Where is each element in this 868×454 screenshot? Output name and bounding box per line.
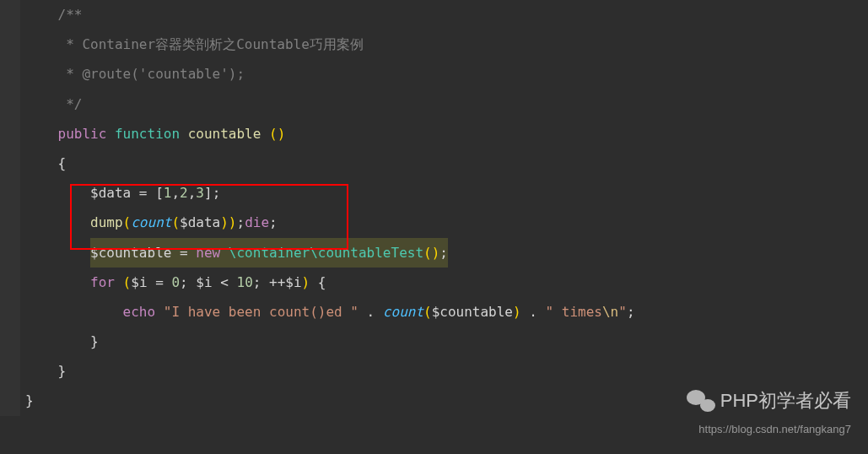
string: "I have been count()ed " xyxy=(164,304,359,320)
watermark: PHP初学者必看 https://blog.csdn.net/fangkang7 xyxy=(687,381,851,437)
brace: } xyxy=(90,333,99,349)
string: " times xyxy=(546,304,602,320)
brace: } xyxy=(25,392,34,408)
code-line: * Container容器类剖析之Countable巧用案例 xyxy=(25,30,868,59)
paren: () xyxy=(269,126,285,142)
comment: */ xyxy=(25,96,82,112)
wechat-icon xyxy=(687,390,715,413)
code-editor[interactable]: /** * Container容器类剖析之Countable巧用案例 * @ro… xyxy=(0,0,868,416)
variable: $countable xyxy=(90,245,171,261)
number: 2 xyxy=(180,185,188,201)
watermark-text: PHP初学者必看 xyxy=(720,381,851,421)
number: 0 xyxy=(171,274,180,290)
escape-char: \n xyxy=(602,304,618,320)
keyword-die: die xyxy=(245,214,269,230)
keyword-for: for xyxy=(90,274,115,290)
keyword-function: function xyxy=(115,126,180,142)
number: 3 xyxy=(196,185,204,201)
variable: $countable xyxy=(432,304,513,320)
keyword-public: public xyxy=(58,126,107,142)
function-call: count xyxy=(383,304,423,320)
keyword-echo: echo xyxy=(123,304,156,320)
comment: * xyxy=(25,36,82,52)
code-line: { xyxy=(25,149,868,178)
code-line: dump(count($data));die; xyxy=(25,208,868,237)
code-line: for ($i = 0; $i < 10; ++$i) { xyxy=(25,268,868,297)
highlighted-line: $countable = new \container\countableTes… xyxy=(90,238,448,268)
semicolon: ; xyxy=(213,185,221,201)
bracket: ] xyxy=(204,185,213,201)
operator: = xyxy=(131,185,155,201)
keyword-new: new xyxy=(196,245,220,261)
bracket: [ xyxy=(155,185,164,201)
variable: $i xyxy=(131,274,147,290)
comment: * xyxy=(25,66,82,82)
code-line: * @route('countable'); xyxy=(25,59,868,89)
function-name: countable xyxy=(188,126,261,142)
variable: $data xyxy=(90,185,131,201)
comment-text: Container容器类剖析之Countable巧用案例 xyxy=(82,36,363,52)
brace: { xyxy=(58,155,67,171)
function-call: dump xyxy=(90,214,123,230)
code-line: } xyxy=(25,327,868,356)
code-line: $countable = new \container\countableTes… xyxy=(25,238,868,268)
code-line: echo "I have been count()ed " . count($c… xyxy=(25,297,868,327)
number: 10 xyxy=(237,274,253,290)
code-line: public function countable () xyxy=(25,119,868,149)
brace: } xyxy=(58,363,67,379)
comment-annotation: @route('countable'); xyxy=(82,66,245,82)
function-call: count xyxy=(131,214,171,230)
variable: $data xyxy=(180,214,220,230)
number: 1 xyxy=(164,185,172,201)
code-line: */ xyxy=(25,89,868,119)
watermark-title: PHP初学者必看 xyxy=(687,381,851,421)
watermark-url: https://blog.csdn.net/fangkang7 xyxy=(687,422,851,437)
code-line: /** xyxy=(25,0,868,30)
code-line: $data = [1,2,3]; xyxy=(25,178,868,208)
comment: /** xyxy=(25,7,82,23)
class-path: \container\countableTest xyxy=(229,245,423,261)
editor-gutter xyxy=(0,0,20,416)
